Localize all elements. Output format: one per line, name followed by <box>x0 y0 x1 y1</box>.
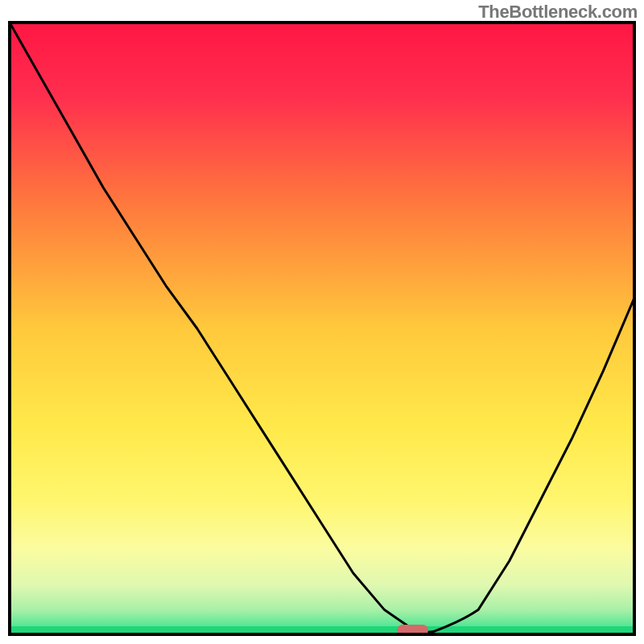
watermark-text: TheBottleneck.com <box>478 2 638 23</box>
chart-container: TheBottleneck.com <box>0 0 644 644</box>
bottleneck-chart <box>0 0 644 644</box>
plot-background <box>10 23 634 634</box>
